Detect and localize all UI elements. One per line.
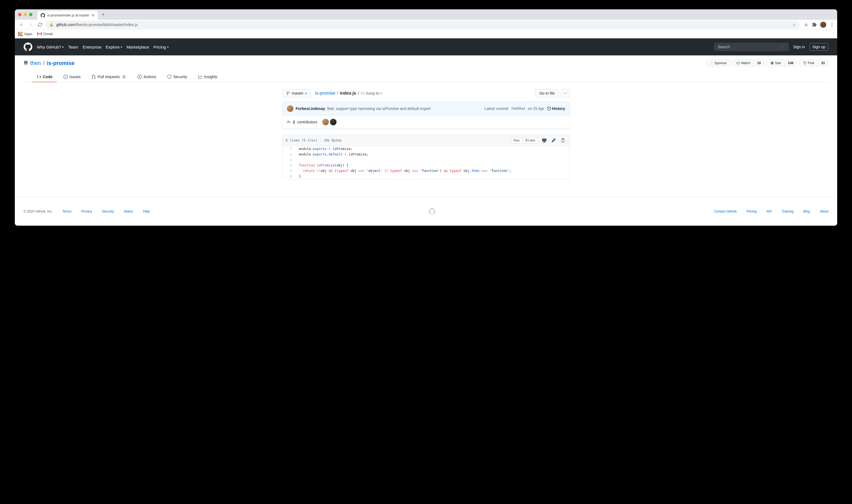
footer-link[interactable]: Training bbox=[782, 210, 794, 213]
url-path: /then/is-promise/blob/master/index.js bbox=[75, 22, 138, 27]
repo-name-link[interactable]: is-promise bbox=[47, 60, 75, 66]
breadcrumb-file: index.js bbox=[340, 91, 356, 96]
branch-selector[interactable]: master▾ bbox=[282, 89, 311, 97]
breadcrumb-root[interactable]: is-promise bbox=[315, 91, 335, 96]
commit-sha[interactable]: feb90a4 bbox=[511, 107, 525, 110]
browser-nav-bar: 🔒 github.com/then/is-promise/blob/master… bbox=[15, 20, 837, 30]
jump-to-button[interactable]: Jump to ▾ bbox=[361, 91, 382, 95]
footer-link[interactable]: Privacy bbox=[81, 210, 92, 213]
repo-owner-link[interactable]: then bbox=[30, 60, 41, 66]
forward-button[interactable] bbox=[27, 21, 35, 29]
search-input[interactable] bbox=[718, 45, 780, 49]
profile-avatar[interactable] bbox=[820, 22, 826, 28]
minimize-window-button[interactable] bbox=[23, 13, 27, 16]
bookmark-star-icon[interactable]: ☆ bbox=[793, 22, 796, 27]
tab-actions[interactable]: Actions bbox=[133, 72, 160, 82]
line-number[interactable]: 5 bbox=[282, 168, 296, 174]
file-size: 201 Bytes bbox=[324, 139, 342, 142]
menu-button[interactable] bbox=[830, 22, 834, 27]
address-bar[interactable]: 🔒 github.com/then/is-promise/blob/master… bbox=[46, 21, 800, 29]
code-body[interactable]: 1module.exports = isPromise;2module.expo… bbox=[282, 146, 570, 179]
nav-why-github[interactable]: Why GitHub?▾ bbox=[37, 45, 64, 49]
watch-count[interactable]: 10 bbox=[754, 60, 764, 66]
tab-code[interactable]: Code bbox=[32, 72, 57, 82]
nav-pricing[interactable]: Pricing▾ bbox=[153, 45, 169, 49]
extensions-button[interactable] bbox=[812, 22, 817, 27]
gmail-icon bbox=[37, 32, 42, 36]
close-window-button[interactable] bbox=[18, 13, 21, 16]
nav-marketplace[interactable]: Marketplace bbox=[126, 45, 149, 49]
browser-nav-right bbox=[804, 22, 834, 28]
apps-icon bbox=[18, 32, 22, 36]
tab-insights[interactable]: Insights bbox=[194, 72, 222, 82]
footer-link[interactable]: Pricing bbox=[747, 210, 757, 213]
github-nav: Why GitHub?▾ Team Enterprise Explore▾ Ma… bbox=[37, 45, 169, 49]
github-logo[interactable] bbox=[23, 42, 32, 51]
line-number[interactable]: 1 bbox=[282, 146, 296, 151]
commit-author-avatar[interactable] bbox=[287, 105, 293, 112]
nav-explore[interactable]: Explore▾ bbox=[106, 45, 122, 49]
file-lines: 6 lines (5 sloc) bbox=[286, 139, 317, 142]
code-icon bbox=[361, 91, 365, 95]
desktop-button[interactable] bbox=[541, 137, 547, 144]
file-more-button[interactable]: ⋯ bbox=[561, 89, 570, 97]
go-to-file-button[interactable]: Go to file bbox=[535, 89, 559, 97]
tab-pull-requests[interactable]: Pull requests1 bbox=[87, 72, 131, 82]
line-number[interactable]: 4 bbox=[282, 163, 296, 168]
history-icon bbox=[547, 107, 551, 110]
blame-button[interactable]: Blame bbox=[522, 137, 538, 144]
history-link[interactable]: History bbox=[547, 106, 565, 111]
footer-links-right: Contact GitHubPricingAPITrainingBlogAbou… bbox=[714, 210, 829, 213]
sponsor-button[interactable]: ♡Sponsor bbox=[707, 60, 730, 66]
browser-tab[interactable]: is-promise/index.js at master ✕ bbox=[37, 11, 98, 20]
signup-button[interactable]: Sign up bbox=[810, 43, 829, 51]
footer-link[interactable]: API bbox=[766, 210, 771, 213]
edit-button[interactable] bbox=[550, 137, 557, 144]
tab-security[interactable]: Security bbox=[163, 72, 192, 82]
contributor-avatar[interactable] bbox=[330, 119, 336, 125]
new-tab-button[interactable]: + bbox=[102, 12, 105, 18]
repo-title: then / is-promise bbox=[23, 60, 75, 66]
gmail-bookmark[interactable]: Gmail bbox=[37, 32, 53, 36]
line-code: function isPromise(obj) { bbox=[296, 163, 349, 168]
github-footer-logo-icon[interactable] bbox=[429, 208, 435, 215]
reload-button[interactable] bbox=[36, 21, 44, 29]
code-viewer: 6 lines (5 sloc) | 201 Bytes Raw Blame 1… bbox=[282, 134, 570, 179]
star-count[interactable]: 248 bbox=[785, 60, 797, 66]
signin-link[interactable]: Sign in bbox=[793, 45, 805, 49]
heart-icon: ♡ bbox=[710, 61, 713, 65]
commit-message[interactable]: feat: support type narrowing via isPromi… bbox=[327, 106, 431, 111]
close-tab-button[interactable]: ✕ bbox=[91, 13, 95, 18]
fork-count[interactable]: 33 bbox=[818, 60, 829, 66]
line-number[interactable]: 6 bbox=[282, 174, 296, 179]
maximize-window-button[interactable] bbox=[29, 13, 32, 16]
browser-window: is-promise/index.js at master ✕ + 🔒 gith… bbox=[15, 9, 837, 226]
search-box[interactable]: / bbox=[714, 43, 789, 51]
tab-issues[interactable]: Issues bbox=[59, 72, 85, 82]
footer-link[interactable]: Security bbox=[102, 210, 114, 213]
footer-link[interactable]: Help bbox=[143, 210, 150, 213]
footer-link[interactable]: Terms bbox=[63, 210, 72, 213]
svg-point-2 bbox=[832, 25, 833, 26]
delete-button[interactable] bbox=[560, 137, 566, 144]
watch-button[interactable]: Watch bbox=[733, 60, 754, 66]
nav-enterprise[interactable]: Enterprise bbox=[83, 45, 101, 49]
extension-icon[interactable] bbox=[804, 22, 808, 27]
contributor-avatar[interactable] bbox=[322, 119, 329, 125]
footer-link[interactable]: Blog bbox=[803, 210, 810, 213]
fork-button[interactable]: Fork bbox=[799, 60, 818, 66]
fork-icon bbox=[803, 61, 807, 65]
back-button[interactable] bbox=[18, 21, 25, 29]
nav-team[interactable]: Team bbox=[68, 45, 78, 49]
code-line: 3 bbox=[282, 157, 570, 163]
star-button[interactable]: Star bbox=[767, 60, 785, 66]
line-number[interactable]: 2 bbox=[282, 151, 296, 157]
footer-link[interactable]: About bbox=[820, 210, 829, 213]
apps-bookmark[interactable]: Apps bbox=[18, 32, 32, 36]
raw-button[interactable]: Raw bbox=[510, 137, 522, 144]
line-number[interactable]: 3 bbox=[282, 157, 296, 163]
footer-link[interactable]: Contact GitHub bbox=[714, 210, 737, 213]
commit-author[interactable]: ForbesLindesay bbox=[296, 106, 325, 111]
svg-point-0 bbox=[832, 23, 833, 23]
footer-link[interactable]: Status bbox=[124, 210, 133, 213]
